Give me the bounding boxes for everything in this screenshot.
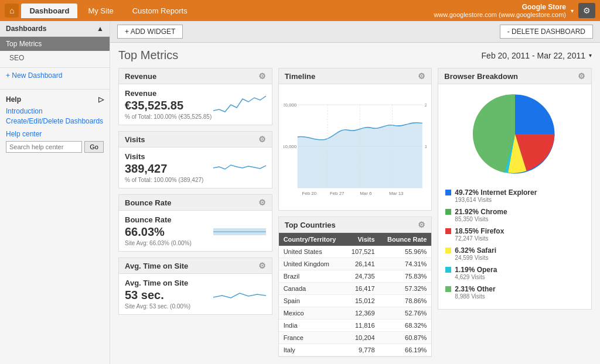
help-link-create-edit-delete[interactable]: Create/Edit/Delete Dashboards <box>6 117 104 125</box>
countries-table-container: Country/Territory Visits Bounce Rate Uni… <box>279 233 432 356</box>
search-help-input[interactable] <box>6 141 82 153</box>
tab-mysite[interactable]: My Site <box>80 4 121 18</box>
revenue-sparkline <box>213 93 266 116</box>
search-help-button[interactable]: Go <box>84 141 104 153</box>
avg-time-gear-icon[interactable]: ⚙ <box>258 261 266 270</box>
browser-color-indicator <box>445 267 451 273</box>
visits-gear-icon[interactable]: ⚙ <box>258 135 266 144</box>
help-link-introduction[interactable]: Introduction <box>6 107 104 115</box>
table-row[interactable]: India 11,816 68.32% <box>279 320 432 332</box>
bounce-rate-value: 66.03% <box>125 225 192 239</box>
date-range-arrow: ▾ <box>589 52 592 59</box>
svg-text:20,000: 20,000 <box>424 102 427 108</box>
account-name: Google Store <box>434 3 566 11</box>
sidebar-item-top-metrics[interactable]: Top Metrics <box>0 37 110 51</box>
timeline-widget-body: 20,000 10,000 20,000 10,000 Feb 20 Feb 2 <box>279 84 432 210</box>
help-collapse-icon[interactable]: ▷ <box>98 95 104 104</box>
avg-time-value: 53 sec. <box>125 289 190 302</box>
right-column: Browser Breakdown ⚙ <box>438 68 592 357</box>
browser-item: 18.55% Firefox 72,247 Visits <box>445 227 584 242</box>
table-row[interactable]: Spain 15,012 78.86% <box>279 295 432 307</box>
country-name: United States <box>279 246 345 258</box>
table-row[interactable]: Brazil 24,735 75.83% <box>279 270 432 283</box>
table-row[interactable]: United States 107,521 55.96% <box>279 246 432 258</box>
country-bounce: 66.19% <box>380 344 432 356</box>
countries-header-label: Top Countries <box>285 221 336 229</box>
browser-color-indicator <box>445 248 451 253</box>
country-bounce: 68.32% <box>380 320 432 332</box>
avg-time-widget-header: Avg. Time on Site ⚙ <box>119 258 272 274</box>
browser-name: 6.32% Safari <box>455 246 496 255</box>
sidebar-item-seo[interactable]: SEO <box>0 51 110 65</box>
table-row[interactable]: United Kingdom 26,141 74.31% <box>279 258 432 270</box>
browser-visits: 72,247 Visits <box>455 235 584 242</box>
country-visits: 11,816 <box>345 320 379 332</box>
help-center-link[interactable]: Help center <box>6 130 104 138</box>
timeline-widget: Timeline ⚙ 20,000 10,000 <box>278 68 432 211</box>
settings-button[interactable]: ⚙ <box>578 3 595 18</box>
visits-sparkline <box>213 156 266 180</box>
help-title: Help <box>6 95 21 104</box>
date-range-selector[interactable]: Feb 20, 2011 - Mar 22, 2011 ▾ <box>482 51 592 60</box>
new-dashboard-link[interactable]: + New Dashboard <box>0 67 110 83</box>
content-toolbar: + ADD WIDGET - DELETE DASHBOARD <box>110 21 600 43</box>
pie-chart <box>471 90 559 178</box>
search-help-container: Go <box>6 141 104 153</box>
account-dropdown-icon[interactable]: ▾ <box>571 8 574 14</box>
help-section: Help ▷ Introduction Create/Edit/Delete D… <box>0 89 110 159</box>
collapse-icon[interactable]: ▲ <box>97 25 104 33</box>
visits-widget: Visits ⚙ Visits 389,427 % of Total: 100.… <box>118 131 272 188</box>
table-row[interactable]: Italy 9,778 66.19% <box>279 344 432 356</box>
browser-visits: 24,599 Visits <box>455 255 584 261</box>
countries-widget-header: Top Countries ⚙ <box>279 217 432 233</box>
country-bounce: 74.31% <box>380 258 432 270</box>
country-name: France <box>279 332 345 344</box>
bounce-rate-label: Bounce Rate <box>125 215 192 224</box>
country-visits: 12,369 <box>345 307 379 320</box>
timeline-gear-icon[interactable]: ⚙ <box>418 71 425 81</box>
table-row[interactable]: Canada 16,417 57.32% <box>279 283 432 295</box>
avg-time-sparkline <box>213 283 266 306</box>
visits-sub: % of Total: 100.00% (389,427) <box>125 177 203 183</box>
countries-gear-icon[interactable]: ⚙ <box>418 220 425 229</box>
country-name: Spain <box>279 295 345 307</box>
widgets-area: Revenue ⚙ Revenue €35,525.85 % of Total:… <box>110 68 600 364</box>
revenue-widget-header: Revenue ⚙ <box>119 68 272 84</box>
country-visits: 15,012 <box>345 295 379 307</box>
country-bounce: 78.86% <box>380 295 432 307</box>
account-url: www.googlestore.com (www.googlestore.com… <box>434 11 566 18</box>
browser-gear-icon[interactable]: ⚙ <box>578 71 585 81</box>
revenue-widget: Revenue ⚙ Revenue €35,525.85 % of Total:… <box>118 68 272 125</box>
add-widget-button[interactable]: + ADD WIDGET <box>117 25 183 39</box>
delete-dashboard-button[interactable]: - DELETE DASHBOARD <box>500 25 593 39</box>
country-name: Italy <box>279 344 345 356</box>
revenue-gear-icon[interactable]: ⚙ <box>258 71 266 81</box>
browser-name: 1.19% Opera <box>455 266 497 274</box>
timeline-chart: 20,000 10,000 20,000 10,000 Feb 20 Feb 2 <box>284 88 427 205</box>
table-row[interactable]: France 10,204 60.87% <box>279 332 432 344</box>
browser-breakdown-header: Browser Breakdown ⚙ <box>438 68 591 84</box>
country-visits: 10,204 <box>345 332 379 344</box>
bounce-rate-widget-body: Bounce Rate 66.03% Site Avg: 66.03% (0.0… <box>119 211 272 251</box>
home-button[interactable]: ⌂ <box>5 4 19 18</box>
tab-customreports[interactable]: Custom Reports <box>124 4 196 18</box>
bounce-rate-gear-icon[interactable]: ⚙ <box>258 198 266 207</box>
browser-visits: 4,629 Visits <box>455 274 584 280</box>
visits-label: Visits <box>125 152 203 161</box>
browser-visits: 85,350 Visits <box>455 216 584 222</box>
browser-color-indicator <box>445 286 451 292</box>
svg-text:10,000: 10,000 <box>424 144 427 149</box>
revenue-label: Revenue <box>125 89 212 98</box>
avg-time-sub: Site Avg: 53 sec. (0.00%) <box>125 303 190 310</box>
metrics-header: Top Metrics Feb 20, 2011 - Mar 22, 2011 … <box>110 43 600 68</box>
table-row[interactable]: Mexico 12,369 52.76% <box>279 307 432 320</box>
country-bounce: 55.96% <box>380 246 432 258</box>
bounce-rate-widget: Bounce Rate ⚙ Bounce Rate 66.03% Site Av… <box>118 194 272 252</box>
country-visits: 107,521 <box>345 246 379 258</box>
visits-value: 389,427 <box>125 162 203 176</box>
svg-text:10,000: 10,000 <box>284 144 297 149</box>
browser-name: 2.31% Other <box>455 285 495 293</box>
browser-item: 21.92% Chrome 85,350 Visits <box>445 208 584 222</box>
dashboards-label: Dashboards <box>6 25 46 33</box>
tab-dashboard[interactable]: Dashboard <box>21 4 77 18</box>
